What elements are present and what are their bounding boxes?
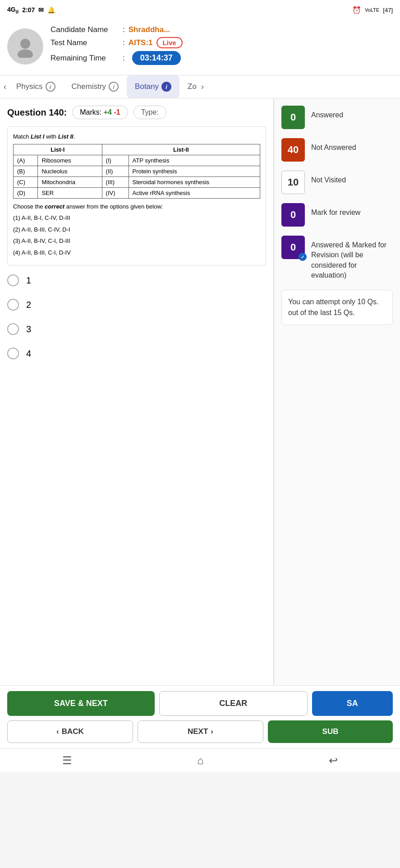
save-next-button[interactable]: SAVE & NEXT	[7, 691, 155, 716]
svg-point-1	[18, 50, 33, 58]
battery-icon: [47]	[383, 7, 393, 14]
tab-zoology[interactable]: Zo ›	[179, 76, 214, 98]
tab-right-arrow[interactable]: ›	[199, 82, 206, 92]
mark-review-count: 0	[281, 203, 305, 227]
radio-1[interactable]	[7, 274, 19, 286]
save-button[interactable]: SA	[312, 691, 393, 716]
table-row: (D)SER (IV)Active rRNA synthesis	[14, 187, 260, 198]
lte-icon: VoLTE	[365, 7, 379, 13]
test-value: AITS:1	[129, 38, 153, 47]
clock-icon: ⏰	[352, 6, 361, 14]
option-3[interactable]: 3	[7, 323, 266, 335]
home-icon[interactable]: ⌂	[197, 754, 204, 767]
main-content: Question 140: Marks: +4 -1 Type: Match L…	[0, 98, 400, 685]
question-header: Question 140: Marks: +4 -1 Type:	[7, 106, 266, 119]
tab-physics[interactable]: Physics i	[8, 75, 64, 98]
type-label: Type:	[141, 108, 159, 116]
network-icon: 4Gil	[7, 6, 18, 14]
tab-chemistry[interactable]: Chemistry i	[64, 75, 127, 98]
question-panel: Question 140: Marks: +4 -1 Type: Match L…	[0, 98, 274, 685]
candidate-name-row: Candidate Name : Shraddha...	[51, 25, 393, 34]
submit-button[interactable]: SUB	[268, 720, 393, 743]
list2-header: List-II	[102, 144, 260, 155]
option-text-4: (4) A-II, B-III, C-I, D-IV	[13, 248, 260, 257]
tab-zoology-label: Zo	[188, 82, 197, 91]
menu-icon[interactable]: ☰	[62, 754, 72, 767]
svg-point-0	[20, 39, 30, 49]
button-row-1: SAVE & NEXT CLEAR SA	[7, 691, 393, 716]
option-4-label: 4	[26, 348, 31, 359]
option-3-label: 3	[26, 324, 31, 334]
tab-physics-label: Physics	[16, 82, 43, 91]
tab-botany[interactable]: Botany i	[127, 75, 179, 98]
physics-info-icon[interactable]: i	[46, 82, 55, 92]
chemistry-info-icon[interactable]: i	[109, 82, 119, 92]
candidate-value: Shraddha...	[129, 25, 170, 34]
avatar	[7, 28, 43, 65]
not-visited-label: Not Visited	[311, 171, 346, 185]
clear-button[interactable]: CLEAR	[159, 691, 308, 716]
not-answered-label: Not Answered	[311, 138, 356, 153]
option-1[interactable]: 1	[7, 274, 266, 286]
header: Candidate Name : Shraddha... Test Name :…	[0, 20, 400, 75]
marks-positive: +4	[104, 108, 112, 116]
test-name-row: Test Name : AITS:1 Live	[51, 37, 393, 48]
tooltip-text: You can attempt only 10 Qs. out of the l…	[288, 298, 378, 316]
answer-options: 1 2 3 4	[7, 274, 266, 359]
list1-header: List-I	[14, 144, 102, 155]
email-icon: ✉	[38, 6, 44, 14]
button-row-2: ‹ BACK NEXT › SUB	[7, 720, 393, 743]
live-badge: Live	[156, 37, 183, 48]
next-label: NEXT	[188, 727, 208, 736]
back-button[interactable]: ‹ BACK	[7, 720, 133, 743]
tab-chemistry-label: Chemistry	[72, 82, 106, 91]
question-content: Match List I with List II. List-I List-I…	[7, 126, 266, 265]
option-4[interactable]: 4	[7, 348, 266, 359]
next-button[interactable]: NEXT ›	[138, 720, 263, 743]
status-answered-marked: 0 ✓ Answered & Marked for Revision (will…	[281, 236, 393, 281]
table-title: Match List I with List II.	[13, 132, 260, 141]
answered-label: Answered	[311, 106, 343, 120]
timer-value: 03:14:37	[132, 51, 181, 65]
status-not-visited: 10 Not Visited	[281, 171, 393, 194]
back-arrow-icon: ‹	[56, 727, 59, 736]
time-label: Remaining Time	[51, 54, 123, 63]
tooltip-box: You can attempt only 10 Qs. out of the l…	[281, 290, 393, 325]
status-left: 4Gil 2:07 ✉ 🔔	[7, 6, 55, 14]
radio-4[interactable]	[7, 348, 19, 359]
next-arrow-icon: ›	[211, 727, 213, 736]
option-2[interactable]: 2	[7, 299, 266, 311]
question-number: Question 140:	[7, 107, 67, 118]
tab-botany-label: Botany	[135, 82, 159, 91]
option-text-3: (3) A-II, B-IV, C-I, D-III	[13, 237, 260, 246]
botany-info-icon[interactable]: i	[161, 82, 171, 92]
status-answered: 0 Answered	[281, 106, 393, 129]
match-table: List-I List-II (A)Ribosomes (I)ATP synth…	[13, 144, 260, 199]
status-mark-review: 0 Mark for review	[281, 203, 393, 227]
nav-bar: ☰ ⌂ ↩	[0, 748, 400, 772]
test-label: Test Name	[51, 38, 123, 47]
table-row: (B)Nucleolus (II)Protein synthesis	[14, 166, 260, 176]
status-right: ⏰ VoLTE [47]	[352, 6, 393, 14]
option-text-1: (1) A-II, B-I, C-IV, D-III	[13, 214, 260, 223]
back-label: BACK	[62, 727, 84, 736]
candidate-label: Candidate Name	[51, 25, 123, 34]
mark-review-label: Mark for review	[311, 203, 360, 218]
tab-left-arrow[interactable]: ‹	[2, 82, 8, 92]
status-not-answered: 40 Not Answered	[281, 138, 393, 162]
answered-marked-label: Answered & Marked for Revision (will be …	[311, 236, 393, 281]
radio-3[interactable]	[7, 323, 19, 335]
subject-tabs: ‹ Physics i Chemistry i Botany i Zo ›	[0, 75, 400, 98]
notification-icon: 🔔	[47, 6, 55, 14]
instruction-text: Choose the correct answer from the optio…	[13, 202, 260, 211]
option-1-label: 1	[26, 275, 31, 286]
option-2-label: 2	[26, 300, 31, 310]
not-answered-count: 40	[281, 138, 305, 162]
time-display: 2:07	[22, 6, 35, 14]
marks-badge: Marks: +4 -1	[72, 106, 128, 119]
radio-2[interactable]	[7, 299, 19, 311]
back-nav-icon[interactable]: ↩	[329, 754, 338, 767]
status-panel: 0 Answered 40 Not Answered 10 Not Visite…	[274, 98, 400, 685]
answered-count: 0	[281, 106, 305, 129]
status-bar: 4Gil 2:07 ✉ 🔔 ⏰ VoLTE [47]	[0, 0, 400, 20]
